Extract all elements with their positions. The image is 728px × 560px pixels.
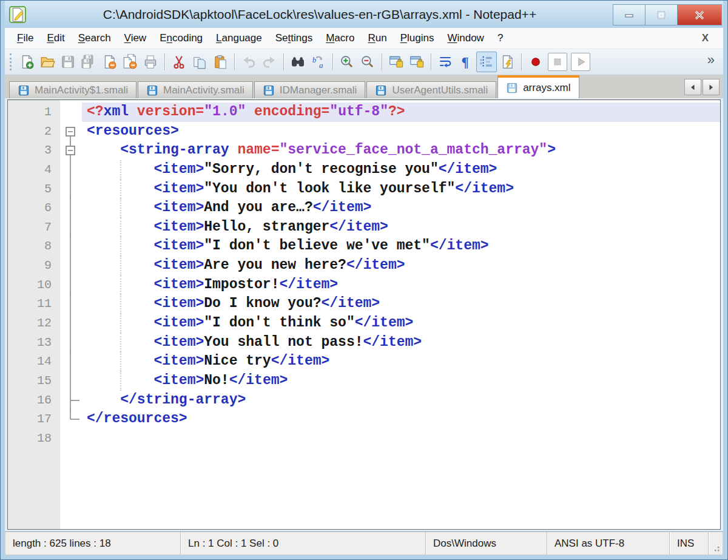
code-row: 11 <item>Do I know you?</item> (8, 294, 720, 314)
menu-item-edit[interactable]: Edit (41, 30, 70, 46)
code-line[interactable]: <item>No!</item> (82, 371, 720, 391)
code-line[interactable]: <item>Nice try</item> (82, 352, 720, 371)
menu-item-file[interactable]: File (11, 30, 39, 46)
toolbar-button-cut[interactable] (169, 52, 189, 72)
tab-scroll-left-button[interactable] (684, 79, 701, 95)
code-line[interactable]: <string-array name="service_face_not_a_m… (82, 141, 720, 160)
toolbar-button-save-all[interactable] (78, 52, 99, 72)
tab-label: IDManager.smali (280, 84, 357, 96)
line-number: 17 (8, 410, 60, 429)
toolbar-button-macro-play[interactable] (571, 53, 590, 71)
toolbar-button-show-all-chars[interactable]: ¶ (456, 52, 476, 72)
menu-item-encoding[interactable]: Encoding (153, 30, 209, 46)
toolbar-button-sync-vertical-scroll[interactable] (386, 52, 406, 72)
code-row: 7 <item>Hello, stranger</item> (8, 218, 720, 237)
zoom-out-icon (360, 54, 376, 70)
code-line[interactable]: <?xml version="1.0" encoding="utf-8"?> (82, 103, 720, 122)
tab-arrays-xml[interactable]: arrays.xml (497, 75, 579, 98)
toolbar-button-sync-horizontal-scroll[interactable] (406, 52, 427, 72)
toolbar-separator (234, 53, 235, 70)
menu-item-language[interactable]: Language (210, 30, 268, 46)
line-number: 3 (8, 141, 60, 160)
toolbar-button-close-all[interactable] (120, 52, 140, 72)
toolbar-button-zoom-out[interactable] (357, 52, 378, 72)
editor[interactable]: 1<?xml version="1.0" encoding="utf-8"?>2… (7, 100, 721, 530)
fold-marker[interactable] (60, 141, 82, 160)
toolbar-button-indent-guide[interactable] (476, 52, 497, 72)
close-button[interactable] (677, 4, 722, 25)
line-number: 8 (8, 237, 60, 256)
toolbar-button-paste[interactable] (210, 52, 231, 72)
toolbar-button-zoom-in[interactable] (337, 52, 357, 72)
paste-icon (212, 54, 228, 70)
resize-grip[interactable] (708, 532, 723, 555)
code-line[interactable] (82, 429, 720, 448)
toolbar-button-redo[interactable] (259, 52, 280, 72)
code-line[interactable]: <item>You shall not pass!</item> (82, 333, 720, 353)
code-line[interactable]: <item>And you are…?</item> (82, 198, 720, 218)
toolbar-button-save[interactable] (58, 52, 78, 72)
status-bar: length : 625 lines : 18Ln : 1 Col : 1 Se… (5, 531, 723, 555)
menu-item-plugins[interactable]: Plugins (394, 30, 440, 46)
code-row: 13 <item>You shall not pass!</item> (8, 333, 720, 353)
code-row: 10 <item>Impostor!</item> (8, 275, 720, 295)
toolbar-button-word-wrap[interactable] (435, 52, 456, 72)
window-title: C:\AndroidSDK\apktool\FaceLock\res\value… (32, 7, 608, 22)
toolbar-button-copy[interactable] (189, 52, 210, 72)
code-line[interactable]: <item>"I don't believe we've met"</item> (82, 237, 720, 256)
toolbar-button-macro-record[interactable] (525, 52, 546, 72)
toolbar-button-find[interactable] (288, 52, 308, 72)
fold-marker[interactable] (60, 122, 82, 141)
code-line[interactable]: <item>Do I know you?</item> (82, 294, 720, 314)
line-number: 18 (8, 429, 60, 448)
line-number: 4 (8, 160, 60, 180)
toolbar-button-replace[interactable]: ba (308, 52, 329, 72)
menu-item-macro[interactable]: Macro (320, 30, 360, 46)
code-line[interactable]: <item>"Sorry, don't recognise you"</item… (82, 160, 720, 180)
fold-marker (60, 410, 82, 429)
toolbar-button-new-file[interactable] (16, 52, 37, 72)
menu-item-run[interactable]: Run (362, 30, 393, 46)
tab-mainactivity-1-smali[interactable]: MainActivity$1.smali (9, 81, 136, 98)
toolbar-button-function-list[interactable] (497, 52, 517, 72)
code-line[interactable]: <resources> (82, 122, 720, 141)
code-line[interactable]: <item>"You don't look like yourself"</it… (82, 180, 720, 199)
toolbar-overflow-chevron[interactable]: » (707, 52, 721, 72)
menu-item-view[interactable]: View (118, 30, 153, 46)
line-number: 16 (8, 391, 60, 410)
tab-bar: MainActivity$1.smaliMainActivity.smaliID… (5, 75, 723, 98)
fold-marker (60, 180, 82, 199)
fold-marker (60, 275, 82, 295)
code-line[interactable]: <item>Are you new here?</item> (82, 256, 720, 275)
close-all-icon (122, 54, 138, 70)
status-doc-size: length : 625 lines : 18 (5, 532, 180, 555)
code-row: 8 <item>"I don't believe we've met"</ite… (8, 237, 720, 256)
menubar-close-icon[interactable]: X (693, 32, 717, 44)
tab-scroll-right-button[interactable] (703, 79, 720, 95)
code-line[interactable]: <item>Impostor!</item> (82, 275, 720, 295)
toolbar-button-undo[interactable] (238, 52, 259, 72)
menu-item-search[interactable]: Search (72, 30, 117, 46)
tab-idmanager-smali[interactable]: IDManager.smali (254, 81, 366, 98)
toolbar-button-print[interactable] (140, 52, 161, 72)
macro-record-icon (528, 54, 544, 70)
menu-item-settings[interactable]: Settings (269, 30, 318, 46)
code-line[interactable]: </resources> (82, 410, 720, 429)
toolbar-button-macro-stop[interactable] (548, 53, 567, 71)
toolbar-button-close-file[interactable] (99, 52, 120, 72)
code-line[interactable]: <item>Hello, stranger</item> (82, 218, 720, 237)
tab-useragentutils-smali[interactable]: UserAgentUtils.smali (366, 81, 496, 98)
fold-marker (60, 352, 82, 371)
code-row: 1<?xml version="1.0" encoding="utf-8"?> (8, 103, 720, 122)
toolbar-button-open-file[interactable] (37, 52, 58, 72)
maximize-button[interactable] (645, 4, 677, 25)
app-icon (8, 5, 27, 24)
code-line[interactable]: </string-array> (82, 391, 720, 410)
minimize-button[interactable] (613, 4, 645, 25)
fold-marker (60, 198, 82, 218)
tab-mainactivity-smali[interactable]: MainActivity.smali (138, 81, 253, 98)
toolbar-separator (283, 53, 284, 70)
menu-item-[interactable]: ? (491, 30, 509, 46)
menu-item-window[interactable]: Window (441, 30, 490, 46)
code-line[interactable]: <item>"I don't think so"</item> (82, 314, 720, 333)
